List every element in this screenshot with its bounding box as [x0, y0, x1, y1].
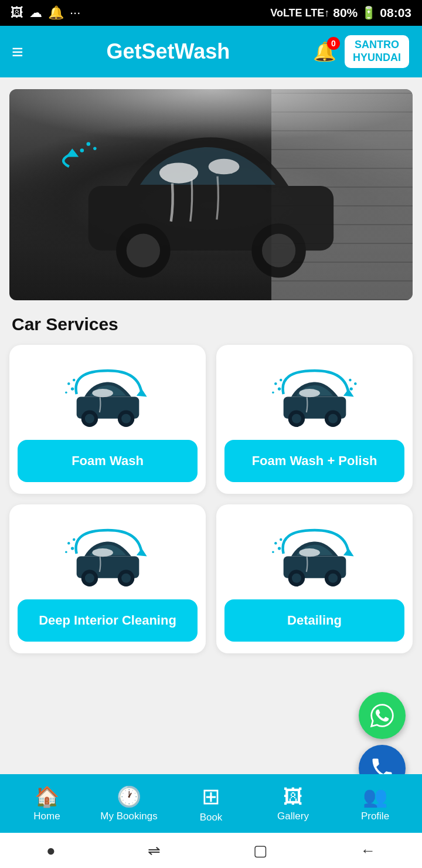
svg-point-41	[121, 574, 131, 583]
foam-wash-polish-label: Foam Wash + Polish	[224, 440, 404, 482]
home-icon: 🏠	[35, 785, 59, 808]
battery-icon: 🔋	[361, 6, 376, 20]
time-text: 08:03	[380, 6, 411, 20]
nav-item-home[interactable]: 🏠 Home	[12, 785, 82, 822]
car-badge-line1: SANTRO	[353, 39, 401, 52]
svg-point-42	[70, 547, 73, 550]
svg-point-6	[209, 159, 240, 174]
svg-point-52	[328, 574, 338, 583]
profile-icon: 👥	[363, 785, 387, 808]
svg-point-4	[262, 233, 295, 267]
header-right-section: 🔔 0 SANTRO HYUNDAI	[313, 34, 410, 69]
foam-wash-icon-wrap	[61, 359, 155, 429]
svg-point-55	[280, 538, 282, 541]
more-icon: ···	[70, 5, 80, 21]
car-services-title: Car Services	[12, 314, 410, 334]
foam-wash-polish-icon-wrap	[268, 359, 362, 429]
services-grid: Foam Wash	[0, 345, 422, 653]
car-badge[interactable]: SANTRO HYUNDAI	[343, 34, 410, 69]
svg-point-25	[291, 414, 301, 423]
sys-square-btn[interactable]: ▢	[253, 842, 268, 860]
svg-point-56	[272, 551, 274, 554]
status-left-icons: 🖼 ☁ 🔔 ···	[11, 5, 80, 21]
nav-item-my-bookings[interactable]: 🕐 My Bookings	[94, 785, 164, 822]
cloud-icon: ☁	[29, 5, 42, 21]
nav-label-home: Home	[33, 811, 60, 822]
bottom-navigation: 🏠 Home 🕐 My Bookings ⊞ Book 🖼 Gallery 👥 …	[0, 774, 422, 833]
whatsapp-fab[interactable]	[359, 692, 406, 739]
notification-bell[interactable]: 🔔 0	[313, 40, 336, 63]
gallery-icon: 🖼	[283, 785, 303, 808]
svg-marker-22	[343, 389, 353, 396]
svg-point-53	[277, 547, 280, 550]
notification-badge: 0	[327, 37, 340, 50]
hero-banner	[9, 89, 413, 300]
svg-point-57	[299, 548, 320, 557]
svg-point-32	[299, 389, 320, 397]
svg-point-54	[274, 542, 277, 544]
app-title: GetSetWash	[33, 39, 304, 64]
svg-point-43	[67, 542, 70, 544]
svg-marker-7	[66, 148, 79, 157]
nav-label-book: Book	[200, 812, 223, 823]
status-bar: 🖼 ☁ 🔔 ··· VoLTE LTE↑ 80% 🔋 08:03	[0, 0, 422, 26]
svg-point-10	[93, 147, 97, 150]
nav-item-profile[interactable]: 👥 Profile	[340, 785, 410, 822]
svg-point-27	[328, 414, 338, 423]
svg-point-2	[127, 233, 160, 267]
deep-interior-icon-wrap	[61, 518, 155, 589]
svg-point-21	[92, 389, 113, 397]
svg-point-45	[65, 551, 67, 554]
foam-wash-label: Foam Wash	[18, 440, 198, 482]
bell-status-icon: 🔔	[48, 5, 64, 21]
svg-point-9	[87, 142, 91, 146]
nav-label-gallery: Gallery	[277, 811, 309, 822]
book-icon: ⊞	[202, 784, 220, 809]
svg-point-16	[121, 414, 131, 423]
svg-marker-47	[343, 548, 353, 556]
svg-point-17	[70, 387, 73, 390]
svg-marker-36	[136, 548, 147, 556]
nav-label-profile: Profile	[361, 811, 389, 822]
svg-point-14	[84, 414, 94, 423]
svg-point-20	[65, 392, 67, 394]
battery-text: 80%	[333, 6, 358, 20]
sys-back-btn[interactable]: ←	[360, 842, 376, 860]
app-header: ≡ GetSetWash 🔔 0 SANTRO HYUNDAI	[0, 26, 422, 77]
hero-image	[9, 89, 413, 300]
svg-point-8	[80, 148, 84, 152]
photo-icon: 🖼	[11, 5, 23, 21]
detailing-icon-wrap	[268, 518, 362, 589]
menu-icon[interactable]: ≡	[12, 40, 23, 63]
service-card-detailing[interactable]: Detailing	[216, 504, 413, 653]
nav-item-gallery[interactable]: 🖼 Gallery	[258, 785, 328, 822]
deep-interior-label: Deep Interior Cleaning	[18, 599, 198, 642]
sys-lines-btn[interactable]: ⇌	[148, 842, 161, 860]
network-icon: VoLTE LTE↑	[270, 7, 329, 19]
nav-item-book[interactable]: ⊞ Book	[176, 784, 246, 823]
svg-point-18	[67, 382, 70, 385]
svg-point-44	[73, 538, 75, 541]
svg-point-34	[354, 382, 356, 385]
bookings-icon: 🕐	[117, 785, 141, 808]
car-badge-line2: HYUNDAI	[353, 52, 401, 65]
svg-point-19	[73, 379, 75, 381]
svg-point-33	[349, 387, 352, 390]
service-card-foam-wash[interactable]: Foam Wash	[9, 345, 206, 494]
sys-circle-btn[interactable]: ●	[46, 842, 56, 860]
detailing-label: Detailing	[224, 599, 404, 642]
svg-point-39	[84, 574, 94, 583]
service-card-foam-wash-polish[interactable]: Foam Wash + Polish	[216, 345, 413, 494]
svg-point-35	[349, 379, 351, 381]
system-nav-bar: ● ⇌ ▢ ←	[0, 833, 422, 868]
status-right-info: VoLTE LTE↑ 80% 🔋 08:03	[270, 6, 411, 20]
svg-marker-11	[136, 389, 147, 396]
svg-point-30	[280, 379, 282, 381]
svg-point-28	[277, 387, 280, 390]
svg-point-50	[291, 574, 301, 583]
svg-point-29	[274, 382, 277, 385]
service-card-deep-interior[interactable]: Deep Interior Cleaning	[9, 504, 206, 653]
svg-point-31	[272, 392, 274, 394]
svg-point-46	[92, 548, 113, 557]
nav-label-bookings: My Bookings	[100, 811, 157, 822]
